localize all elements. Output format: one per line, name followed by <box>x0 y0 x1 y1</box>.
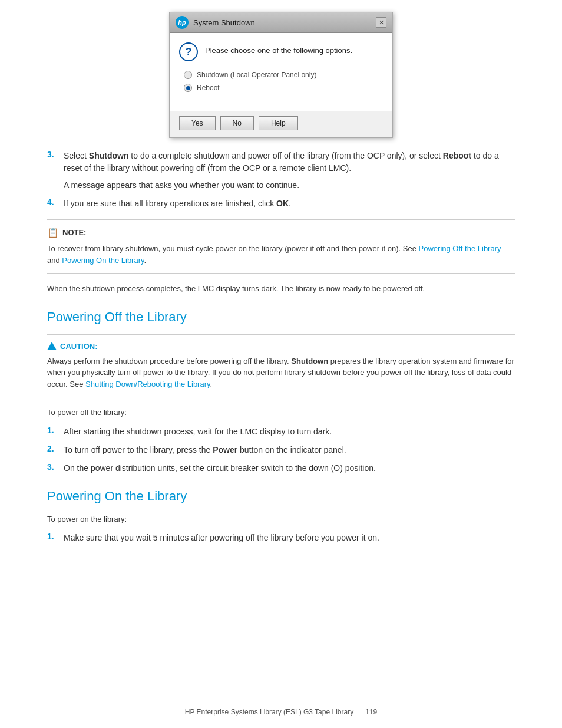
power-off-step-2-number: 2. <box>47 444 57 453</box>
link-power-off[interactable]: Powering Off the Library <box>419 244 501 253</box>
power-off-step-3-text: On the power distribution units, set the… <box>64 462 515 475</box>
option-shutdown[interactable]: Shutdown (Local Operator Panel only) <box>184 71 383 79</box>
page-footer: HP Enterprise Systems Library (ESL) G3 T… <box>0 708 562 716</box>
power-on-intro: To power on the library: <box>47 513 515 525</box>
caution-header: CAUTION: <box>47 342 515 351</box>
radio-reboot[interactable] <box>184 84 192 92</box>
no-button[interactable]: No <box>220 116 254 130</box>
note-icon: 📋 <box>47 227 59 238</box>
dialog-title: System Shutdown <box>193 18 255 27</box>
reboot-bold: Reboot <box>443 151 471 160</box>
step-4-text: If you are sure that all library operati… <box>64 197 515 210</box>
power-on-step-1-text: Make sure that you wait 5 minutes after … <box>64 532 515 544</box>
link-shutting-down[interactable]: Shutting Down/Rebooting the Library <box>85 380 210 388</box>
power-bold: Power <box>213 445 237 454</box>
system-shutdown-dialog: hp System Shutdown ✕ ? Please choose one… <box>169 12 393 138</box>
step-4-number: 4. <box>47 197 57 207</box>
step-3-subtext: A message appears that asks you whether … <box>64 179 515 192</box>
radio-shutdown[interactable] <box>184 71 192 79</box>
option-reboot-label: Reboot <box>197 84 220 92</box>
shutdown-bold: Shutdown <box>89 151 129 160</box>
section-heading-power-on: Powering On the Library <box>47 489 515 504</box>
yes-button[interactable]: Yes <box>179 116 216 130</box>
dialog-close-button[interactable]: ✕ <box>376 17 386 28</box>
power-on-step-1-number: 1. <box>47 532 57 541</box>
hp-logo-icon: hp <box>176 16 189 29</box>
power-off-step-2-text: To turn off power to the library, press … <box>64 444 515 456</box>
note-text: To recover from library shutdown, you mu… <box>47 243 515 266</box>
power-off-step-3: 3. On the power distribution units, set … <box>47 462 515 475</box>
section-heading-power-off: Powering Off the Library <box>47 309 515 325</box>
step-4: 4. If you are sure that all library oper… <box>47 197 515 210</box>
note-header: 📋 NOTE: <box>47 227 515 238</box>
note-box: 📋 NOTE: To recover from library shutdown… <box>47 219 515 274</box>
power-off-step-1: 1. After starting the shutdown process, … <box>47 426 515 438</box>
caution-text: Always perform the shutdown procedure be… <box>47 355 515 390</box>
shutdown-bold-caution: Shutdown <box>291 357 328 365</box>
step-3-number: 3. <box>47 150 57 159</box>
note-label: NOTE: <box>62 228 86 237</box>
option-reboot[interactable]: Reboot <box>184 84 383 92</box>
power-off-intro: To power off the library: <box>47 407 515 419</box>
dialog-question-text: Please choose one of the following optio… <box>205 42 352 55</box>
step-3-text: Select Shutdown to do a complete shutdow… <box>64 150 515 192</box>
dialog-screenshot: hp System Shutdown ✕ ? Please choose one… <box>47 12 515 138</box>
power-off-step-1-text: After starting the shutdown process, wai… <box>64 426 515 438</box>
dialog-options: Shutdown (Local Operator Panel only) Reb… <box>179 71 383 92</box>
step-3: 3. Select Shutdown to do a complete shut… <box>47 150 515 192</box>
dialog-titlebar: hp System Shutdown ✕ <box>170 12 392 33</box>
titlebar-left: hp System Shutdown <box>176 16 255 29</box>
caution-box: CAUTION: Always perform the shutdown pro… <box>47 334 515 398</box>
power-on-steps: 1. Make sure that you wait 5 minutes aft… <box>47 532 515 544</box>
option-shutdown-label: Shutdown (Local Operator Panel only) <box>197 71 316 79</box>
power-off-step-2: 2. To turn off power to the library, pre… <box>47 444 515 456</box>
power-off-step-3-number: 3. <box>47 462 57 472</box>
caution-label: CAUTION: <box>60 342 98 351</box>
shutdown-closing-paragraph: When the shutdown process completes, the… <box>47 283 515 295</box>
power-on-step-1: 1. Make sure that you wait 5 minutes aft… <box>47 532 515 544</box>
intro-steps: 3. Select Shutdown to do a complete shut… <box>47 150 515 210</box>
caution-triangle-icon <box>47 342 57 350</box>
help-button[interactable]: Help <box>259 116 298 130</box>
dialog-buttons: Yes No Help <box>170 111 392 137</box>
question-icon: ? <box>179 42 198 61</box>
footer-page-number: 119 <box>365 708 377 716</box>
radio-reboot-selected <box>186 86 190 90</box>
power-off-steps: 1. After starting the shutdown process, … <box>47 426 515 475</box>
power-off-step-1-number: 1. <box>47 426 57 435</box>
dialog-body: ? Please choose one of the following opt… <box>170 33 392 111</box>
link-power-on[interactable]: Powering On the Library <box>62 256 144 265</box>
dialog-question-row: ? Please choose one of the following opt… <box>179 42 383 61</box>
footer-text: HP Enterprise Systems Library (ESL) G3 T… <box>185 708 353 716</box>
ok-bold: OK <box>276 199 289 208</box>
